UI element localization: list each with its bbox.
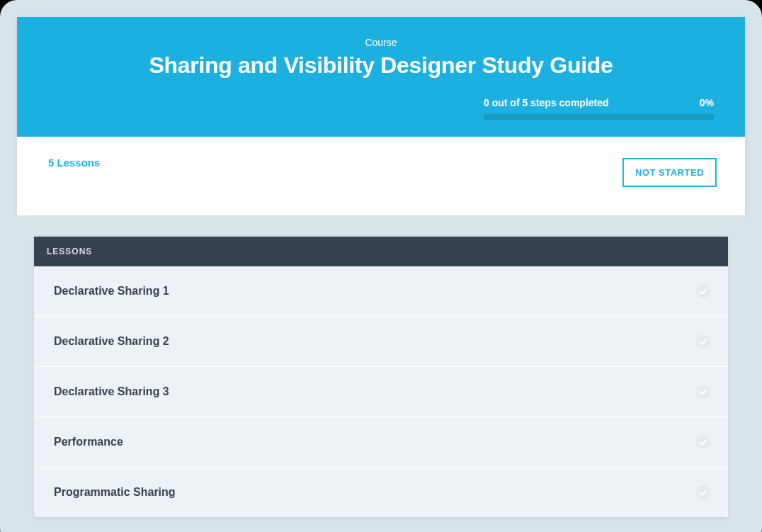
progress-row: 0 out of 5 steps completed 0% xyxy=(45,97,717,120)
svg-point-3 xyxy=(696,435,710,449)
svg-point-1 xyxy=(696,334,710,349)
check-circle-icon xyxy=(695,485,711,500)
lesson-title: Declarative Sharing 1 xyxy=(54,285,169,298)
svg-point-4 xyxy=(696,485,710,499)
info-row: 5 Lessons NOT STARTED xyxy=(17,137,745,215)
lesson-item[interactable]: Programmatic Sharing xyxy=(34,468,728,517)
progress-bar xyxy=(484,114,714,120)
svg-point-0 xyxy=(696,284,710,298)
check-circle-icon xyxy=(695,384,711,400)
lesson-title: Declarative Sharing 3 xyxy=(54,385,169,398)
check-circle-icon xyxy=(695,434,711,450)
lessons-header: LESSONS xyxy=(34,237,728,266)
course-kicker: Course xyxy=(45,37,717,48)
lesson-title: Programmatic Sharing xyxy=(54,486,176,499)
lessons-count: 5 Lessons xyxy=(48,157,100,169)
course-card: Course Sharing and Visibility Designer S… xyxy=(17,17,745,215)
svg-point-2 xyxy=(696,385,710,399)
progress-text-row: 0 out of 5 steps completed 0% xyxy=(484,97,714,108)
progress-text: 0 out of 5 steps completed xyxy=(484,97,609,108)
lesson-item[interactable]: Declarative Sharing 1 xyxy=(34,266,728,317)
lesson-title: Performance xyxy=(54,436,123,448)
progress-block: 0 out of 5 steps completed 0% xyxy=(484,97,714,120)
lesson-title: Declarative Sharing 2 xyxy=(54,335,169,348)
lessons-section: LESSONS Declarative Sharing 1 Declarativ… xyxy=(17,215,745,517)
status-badge: NOT STARTED xyxy=(622,158,717,187)
course-title: Sharing and Visibility Designer Study Gu… xyxy=(45,52,717,79)
course-header: Course Sharing and Visibility Designer S… xyxy=(17,17,745,137)
progress-percent: 0% xyxy=(700,97,714,108)
check-circle-icon xyxy=(695,283,711,299)
page-container: Course Sharing and Visibility Designer S… xyxy=(0,0,762,532)
lessons-table: LESSONS Declarative Sharing 1 Declarativ… xyxy=(34,237,728,517)
lesson-item[interactable]: Declarative Sharing 3 xyxy=(34,367,728,417)
lesson-item[interactable]: Performance xyxy=(34,417,728,468)
check-circle-icon xyxy=(695,334,711,349)
lesson-item[interactable]: Declarative Sharing 2 xyxy=(34,317,728,367)
